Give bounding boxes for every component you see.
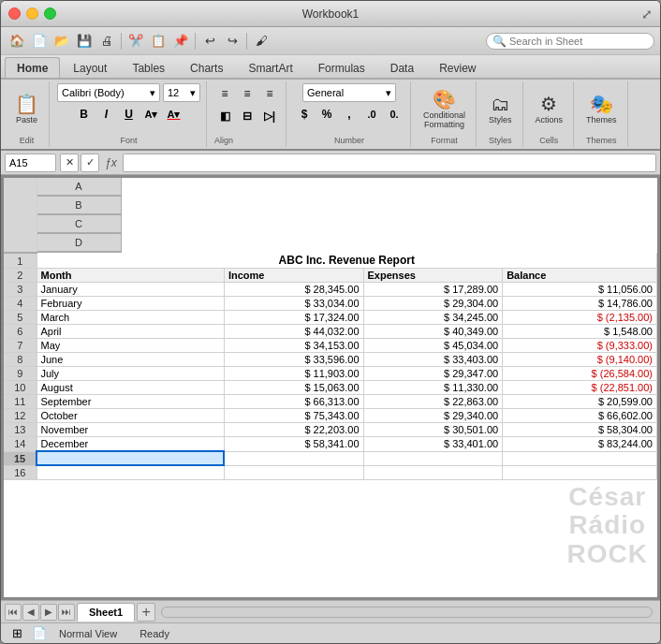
highlight-color-button[interactable]: A▾ — [141, 104, 162, 124]
cell-d15[interactable] — [503, 451, 657, 465]
align-center-button[interactable]: ⊟ — [237, 106, 257, 126]
home-icon[interactable]: 🏠 — [7, 31, 27, 51]
open-icon[interactable]: 📂 — [51, 31, 72, 51]
col-header-d[interactable]: D — [37, 234, 122, 253]
cell-balance-oct[interactable]: $ 66,602.00 — [503, 409, 657, 423]
italic-button[interactable]: I — [96, 104, 117, 124]
decrease-decimal-button[interactable]: .0 — [361, 104, 382, 124]
cell-expenses-mar[interactable]: $ 34,245.00 — [363, 311, 503, 325]
cell-income-nov[interactable]: $ 22,203.00 — [224, 423, 363, 437]
tab-layout[interactable]: Layout — [61, 57, 119, 78]
align-top-left-button[interactable]: ≡ — [214, 83, 235, 104]
cell-expenses-jun[interactable]: $ 33,403.00 — [363, 353, 503, 367]
cell-income-oct[interactable]: $ 75,343.00 — [224, 409, 363, 423]
cell-expenses-aug[interactable]: $ 11,330.00 — [363, 381, 503, 395]
header-balance[interactable]: Balance — [503, 269, 657, 283]
themes-button[interactable]: 🎭 Themes — [581, 83, 622, 134]
align-left-button[interactable]: ◧ — [214, 106, 235, 126]
cell-july[interactable]: July — [37, 367, 224, 381]
copy-icon[interactable]: 📋 — [148, 31, 169, 51]
paste-icon[interactable]: 📌 — [170, 31, 191, 51]
tab-smartart[interactable]: SmartArt — [236, 57, 304, 78]
underline-button[interactable]: U — [119, 104, 140, 124]
cell-expenses-may[interactable]: $ 45,034.00 — [363, 339, 503, 353]
sheet-nav-last[interactable]: ⏭ — [58, 604, 75, 621]
cell-balance-nov[interactable]: $ 58,304.00 — [503, 423, 657, 437]
cell-b15[interactable] — [224, 451, 363, 465]
styles-button[interactable]: 🗂 Styles — [484, 83, 517, 134]
cell-february[interactable]: February — [37, 297, 224, 311]
bold-button[interactable]: B — [74, 104, 95, 124]
search-bar[interactable]: 🔍 — [486, 33, 654, 50]
align-right-button[interactable]: ▷| — [259, 106, 280, 126]
tab-home[interactable]: Home — [5, 57, 60, 78]
print-icon[interactable]: 🖨 — [96, 31, 117, 51]
cell-expenses-jan[interactable]: $ 17,289.00 — [363, 283, 503, 297]
cell-income-sep[interactable]: $ 66,313.00 — [224, 395, 363, 409]
cell-c16[interactable] — [363, 465, 503, 479]
close-button[interactable] — [8, 7, 21, 20]
format-painter-icon[interactable]: 🖌 — [251, 31, 272, 51]
cell-balance-apr[interactable]: $ 1,548.00 — [503, 325, 657, 339]
cell-expenses-jul[interactable]: $ 29,347.00 — [363, 367, 503, 381]
confirm-formula-button[interactable]: ✓ — [81, 154, 99, 172]
cell-december[interactable]: December — [37, 437, 224, 452]
cell-october[interactable]: October — [37, 409, 224, 423]
cut-icon[interactable]: ✂️ — [125, 31, 146, 51]
tab-review[interactable]: Review — [427, 57, 488, 78]
cell-balance-dec[interactable]: $ 83,244.00 — [503, 437, 657, 452]
align-top-center-button[interactable]: ≡ — [237, 83, 257, 104]
cell-reference-box[interactable]: A15 — [5, 154, 56, 172]
minimize-button[interactable] — [26, 7, 38, 20]
cell-income-mar[interactable]: $ 17,324.00 — [224, 311, 363, 325]
tab-formulas[interactable]: Formulas — [306, 57, 377, 78]
cell-expenses-nov[interactable]: $ 30,501.00 — [363, 423, 503, 437]
cell-may[interactable]: May — [37, 339, 224, 353]
tab-data[interactable]: Data — [378, 57, 426, 78]
cell-income-jun[interactable]: $ 33,596.00 — [224, 353, 363, 367]
tab-charts[interactable]: Charts — [178, 57, 235, 78]
header-month[interactable]: Month — [37, 269, 224, 283]
comma-button[interactable]: , — [339, 104, 360, 124]
align-top-right-button[interactable]: ≡ — [259, 83, 280, 104]
cell-august[interactable]: August — [37, 381, 224, 395]
actions-button[interactable]: ⚙ Actions — [531, 83, 568, 134]
font-color-button[interactable]: A▾ — [164, 104, 184, 124]
save-icon[interactable]: 💾 — [74, 31, 95, 51]
cell-income-apr[interactable]: $ 44,032.00 — [224, 325, 363, 339]
font-size-selector[interactable]: 12 ▾ — [163, 83, 200, 102]
normal-view-button[interactable]: ⊞ — [7, 625, 27, 642]
cell-balance-jan[interactable]: $ 11,056.00 — [503, 283, 657, 297]
layout-view-button[interactable]: 📄 — [29, 625, 50, 642]
cell-a15-selected[interactable] — [37, 451, 224, 465]
cell-income-jan[interactable]: $ 28,345.00 — [224, 283, 363, 297]
maximize-button[interactable] — [44, 7, 56, 20]
font-family-selector[interactable]: Calibri (Body) ▾ — [57, 83, 160, 102]
cancel-formula-button[interactable]: ✕ — [60, 154, 79, 172]
tab-tables[interactable]: Tables — [120, 57, 177, 78]
cell-november[interactable]: November — [37, 423, 224, 437]
cell-expenses-feb[interactable]: $ 29,304.00 — [363, 297, 503, 311]
title-cell[interactable]: ABC Inc. Revenue Report — [37, 253, 657, 269]
redo-icon[interactable]: ↪ — [222, 31, 242, 51]
header-expenses[interactable]: Expenses — [363, 269, 503, 283]
cell-income-may[interactable]: $ 34,153.00 — [224, 339, 363, 353]
cell-balance-sep[interactable]: $ 20,599.00 — [503, 395, 657, 409]
cell-expenses-apr[interactable]: $ 40,349.00 — [363, 325, 503, 339]
cell-march[interactable]: March — [37, 311, 224, 325]
formula-input[interactable] — [123, 154, 656, 172]
horizontal-scrollbar[interactable] — [161, 607, 653, 618]
cell-june[interactable]: June — [37, 353, 224, 367]
cell-income-aug[interactable]: $ 15,063.00 — [224, 381, 363, 395]
cell-b16[interactable] — [224, 465, 363, 479]
add-sheet-button[interactable]: + — [137, 603, 155, 622]
col-header-a[interactable]: A — [37, 178, 122, 197]
new-doc-icon[interactable]: 📄 — [29, 31, 50, 51]
cell-expenses-dec[interactable]: $ 33,401.00 — [363, 437, 503, 452]
expand-icon[interactable]: ⤢ — [641, 7, 653, 22]
cell-balance-may[interactable]: $ (9,333.00) — [503, 339, 657, 353]
cell-a16[interactable] — [37, 465, 224, 479]
search-input[interactable] — [509, 36, 648, 47]
cell-september[interactable]: September — [37, 395, 224, 409]
sheet-nav-first[interactable]: ⏮ — [5, 604, 22, 621]
